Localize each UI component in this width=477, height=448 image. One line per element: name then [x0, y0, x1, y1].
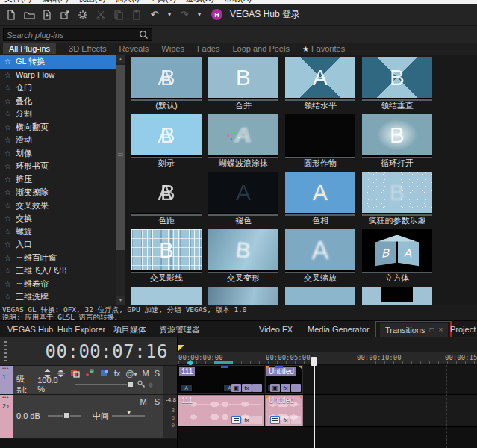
sidebar-item[interactable]: ☆仓门 — [0, 81, 116, 95]
transition-preset[interactable]: A — [285, 287, 355, 305]
plugin-tab-reveals[interactable]: Reveals — [119, 44, 149, 53]
dock-tab[interactable]: Hub Explorer — [57, 321, 105, 337]
sidebar-item[interactable]: ☆交换 — [0, 212, 116, 225]
sidebar-item[interactable]: ☆分割 — [0, 108, 116, 121]
clip-fx-button[interactable]: fx — [281, 416, 290, 424]
sidebar-item[interactable]: ☆横向翻页 — [0, 121, 116, 134]
video-clip-2[interactable]: Untitled A ▣ fx ··· — [265, 365, 303, 394]
audio-track-color-strip[interactable]: ••• 2♪ — [0, 395, 13, 438]
paste-icon[interactable] — [131, 9, 143, 21]
favorite-star-icon[interactable]: ☆ — [4, 254, 11, 262]
menu-item[interactable]: 帮助(H) — [224, 0, 252, 3]
hub-login-button[interactable]: VEGAS Hub 登录 — [230, 8, 300, 21]
cut-icon[interactable] — [95, 9, 107, 21]
scroll-up-button[interactable]: ▲ — [116, 55, 125, 63]
video-clip-1[interactable]: 111 A A ▣ fx ··· — [178, 365, 264, 394]
transition-preset[interactable]: B交叉变形 — [208, 229, 278, 282]
sidebar-item[interactable]: ☆三维洗牌 — [0, 290, 116, 304]
playhead-handle[interactable] — [311, 357, 317, 366]
new-project-icon[interactable] — [5, 9, 17, 21]
video-track-color-strip[interactable]: ••• 1 — [0, 366, 13, 394]
cursor-timecode[interactable]: 00:00:07:16 — [46, 341, 168, 362]
favorite-star-icon[interactable]: ☆ — [4, 188, 11, 196]
transition-preset[interactable]: AB刻录 — [131, 114, 202, 167]
favorite-star-icon[interactable]: ☆ — [4, 293, 11, 301]
dock-tab[interactable]: 项目媒体 — [113, 321, 146, 337]
pan-crop-button[interactable]: ▣ — [270, 384, 280, 392]
gain-slider[interactable] — [48, 415, 81, 417]
dock-tab[interactable]: Media Generator — [308, 321, 370, 337]
scrollbar-thumb[interactable] — [116, 65, 125, 250]
automation-key-icon[interactable] — [137, 380, 145, 389]
marker-flag-icon[interactable] — [178, 345, 184, 352]
audio-clip-2[interactable]: Untitled fx ··· — [265, 395, 303, 426]
sidebar-item[interactable]: ☆螺旋 — [0, 225, 116, 239]
menu-item[interactable]: 视图(V) — [78, 0, 106, 3]
plugin-tab-loop-and-peels[interactable]: Loop and Peels — [232, 44, 289, 53]
dock-tab-transitions[interactable]: Transitions□× — [380, 323, 448, 337]
compositing-mode-icon[interactable] — [70, 369, 80, 378]
favorite-star-icon[interactable]: ☆ — [4, 136, 11, 144]
sidebar-item[interactable]: ☆三维卷帘 — [0, 278, 116, 291]
sidebar-item[interactable]: ☆Warp Flow — [0, 69, 116, 82]
undock-icon[interactable]: □ — [429, 326, 434, 334]
keyframe-diamond-icon[interactable]: ◆ — [148, 381, 153, 388]
redo-dropdown-icon[interactable]: ▾ — [196, 9, 202, 21]
favorite-star-icon[interactable]: ☆ — [4, 267, 11, 275]
favorite-star-icon[interactable]: ☆ — [4, 110, 11, 118]
transition-preset[interactable]: AB色距 — [131, 172, 202, 225]
plugin-tab-fades[interactable]: Fades — [197, 44, 220, 53]
sidebar-item[interactable]: ☆环形书页 — [0, 160, 116, 173]
clip-more-button[interactable]: ··· — [291, 384, 301, 392]
transition-preset[interactable]: B交叉影线 — [131, 229, 202, 282]
clip-more-button[interactable]: ··· — [252, 384, 262, 392]
favorite-star-icon[interactable]: ☆ — [4, 97, 11, 105]
favorite-star-icon[interactable]: ☆ — [4, 214, 11, 223]
track-fx-button[interactable]: fx — [114, 369, 121, 378]
favorite-star-icon[interactable]: ☆ — [4, 149, 11, 158]
undo-icon[interactable]: ↶ — [149, 9, 160, 21]
transition-preset[interactable]: AA蝴蝶波浪涂抹 — [208, 114, 278, 167]
dock-tab[interactable]: Project N — [450, 321, 477, 337]
sidebar-item[interactable]: ☆滑动 — [0, 134, 116, 147]
marker-bar[interactable] — [177, 337, 477, 352]
audio-mute-button[interactable]: M — [140, 397, 146, 406]
menu-item[interactable]: 文件(F) — [4, 0, 31, 3]
transition-preset[interactable]: AB(默认) — [131, 57, 202, 110]
dock-tab[interactable]: 资源管理器 — [159, 321, 200, 337]
open-project-icon[interactable] — [23, 9, 35, 21]
video-solo-button[interactable]: S — [155, 369, 160, 378]
close-icon[interactable]: × — [438, 326, 443, 334]
clip-fx-button[interactable]: fx — [242, 384, 252, 392]
sidebar-item[interactable]: ☆三维飞入/飞出 — [0, 264, 116, 278]
pan-crop-button[interactable]: ▣ — [231, 384, 241, 392]
playhead-cursor[interactable] — [314, 357, 315, 448]
envelope-button[interactable] — [270, 416, 280, 424]
search-input[interactable] — [4, 31, 139, 40]
transition-preset[interactable]: 圆形作物 — [285, 114, 355, 167]
transition-preset[interactable]: B合并 — [208, 57, 278, 110]
copy-icon[interactable] — [113, 9, 125, 21]
favorite-star-icon[interactable]: ☆ — [4, 280, 11, 288]
transition-preset[interactable]: B疯狂的参数乐趣 — [362, 172, 432, 225]
timeline-tracks-area[interactable]: 111 A A ▣ fx ··· Untitled A ▣ fx — [177, 365, 477, 448]
favorite-star-icon[interactable]: ☆ — [4, 240, 11, 249]
favorite-star-icon[interactable]: ☆ — [4, 175, 11, 184]
transition-preset[interactable] — [362, 287, 432, 305]
render-as-icon[interactable] — [59, 9, 71, 21]
keyframe-diamond-dim-icon[interactable]: ◆ — [156, 381, 161, 388]
vegas-hub-logo-icon[interactable]: H — [211, 9, 222, 20]
favorite-star-icon[interactable]: ☆ — [4, 84, 11, 92]
pan-slider[interactable]: ▼ — [112, 415, 145, 417]
favorite-star-icon[interactable]: ☆ — [4, 162, 11, 170]
track-motion-icon[interactable] — [85, 369, 95, 378]
sidebar-item[interactable]: ☆挤压 — [0, 173, 116, 187]
sidebar-item[interactable]: ☆三维百叶窗 — [0, 252, 116, 265]
transition-preset[interactable]: A色相 — [285, 172, 355, 225]
meter-peak-value[interactable]: -4.8 — [166, 396, 176, 403]
save-project-icon[interactable] — [41, 9, 53, 21]
clip-more-button[interactable]: ··· — [291, 416, 301, 424]
audio-clip-1[interactable]: 111 fx ··· — [178, 395, 264, 426]
sidebar-item[interactable]: ☆划像 — [0, 147, 116, 161]
level-slider[interactable] — [75, 384, 133, 385]
